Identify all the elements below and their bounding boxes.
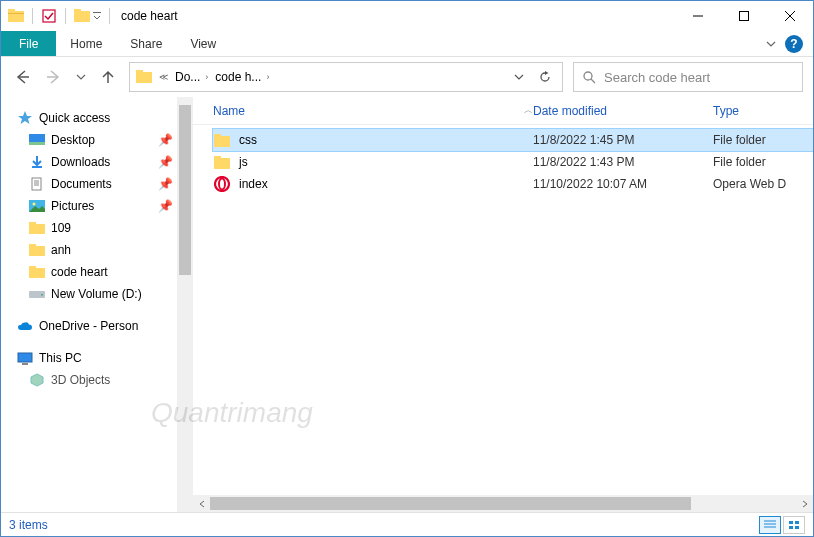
nav-pictures[interactable]: Pictures📌 <box>17 195 193 217</box>
ribbon-expand-icon[interactable] <box>765 38 777 50</box>
svg-rect-34 <box>18 353 32 362</box>
nav-documents[interactable]: Documents📌 <box>17 173 193 195</box>
column-name[interactable]: Name︿ <box>213 104 533 118</box>
horizontal-scrollbar[interactable] <box>193 495 813 512</box>
status-text: 3 items <box>9 518 48 532</box>
qat-dropdown-icon[interactable] <box>92 7 102 25</box>
nav-3d-objects[interactable]: 3D Objects <box>17 369 193 391</box>
search-box[interactable] <box>573 62 803 92</box>
folder-icon <box>73 7 91 25</box>
nav-label: This PC <box>39 351 82 365</box>
nav-label: anh <box>51 243 71 257</box>
nav-quick-access[interactable]: Quick access <box>17 107 193 129</box>
svg-rect-1 <box>8 9 15 13</box>
svg-rect-31 <box>29 266 36 270</box>
separator <box>32 8 33 24</box>
navigation-bar: ≪ Do...› code h...› <box>1 57 813 97</box>
address-bar[interactable]: ≪ Do...› code h...› <box>129 62 563 92</box>
refresh-button[interactable] <box>534 66 556 88</box>
address-dropdown-icon[interactable] <box>508 66 530 88</box>
file-row[interactable]: index 11/10/2022 10:07 AM Opera Web D <box>213 173 813 195</box>
window-title: code heart <box>117 9 178 23</box>
column-date[interactable]: Date modified <box>533 104 713 118</box>
file-name: index <box>239 177 533 191</box>
svg-point-41 <box>219 179 225 190</box>
file-type: Opera Web D <box>713 177 813 191</box>
pc-icon <box>17 350 33 366</box>
nav-onedrive[interactable]: OneDrive - Person <box>17 315 193 337</box>
nav-drive[interactable]: New Volume (D:) <box>17 283 193 305</box>
download-icon <box>29 154 45 170</box>
scrollbar-thumb[interactable] <box>210 497 691 510</box>
tab-view[interactable]: View <box>176 31 230 56</box>
nav-scrollbar[interactable] <box>177 97 193 512</box>
nav-folder[interactable]: anh <box>17 239 193 261</box>
column-type[interactable]: Type <box>713 104 813 118</box>
minimize-button[interactable] <box>675 1 721 31</box>
nav-label: Documents <box>51 177 112 191</box>
search-icon <box>582 70 596 84</box>
breadcrumb-leading[interactable]: ≪ <box>156 72 171 82</box>
navigation-pane: Quick access Desktop📌 Downloads📌 Documen… <box>1 97 193 512</box>
breadcrumb-item[interactable]: code h...› <box>215 70 272 84</box>
svg-rect-29 <box>29 244 36 248</box>
maximize-button[interactable] <box>721 1 767 31</box>
svg-rect-6 <box>93 12 101 13</box>
svg-rect-18 <box>29 142 45 145</box>
svg-point-25 <box>33 203 36 206</box>
desktop-icon <box>29 132 45 148</box>
svg-rect-2 <box>8 13 24 14</box>
file-date: 11/8/2022 1:43 PM <box>533 155 713 169</box>
search-input[interactable] <box>604 70 794 85</box>
svg-rect-20 <box>32 178 41 190</box>
tab-home[interactable]: Home <box>56 31 116 56</box>
breadcrumb-item[interactable]: Do...› <box>175 70 211 84</box>
nav-label: code heart <box>51 265 108 279</box>
nav-folder[interactable]: 109 <box>17 217 193 239</box>
svg-rect-5 <box>74 9 81 13</box>
nav-this-pc[interactable]: This PC <box>17 347 193 369</box>
cube-icon <box>29 372 45 388</box>
scroll-right-icon[interactable] <box>796 495 813 512</box>
file-type: File folder <box>713 155 813 169</box>
svg-rect-48 <box>795 526 799 529</box>
folder-icon <box>213 131 231 149</box>
nav-downloads[interactable]: Downloads📌 <box>17 151 193 173</box>
separator <box>109 8 110 24</box>
scroll-left-icon[interactable] <box>193 495 210 512</box>
sort-icon: ︿ <box>524 104 533 117</box>
ribbon-tabs: File Home Share View ? <box>1 31 813 57</box>
forward-button[interactable] <box>43 66 65 88</box>
nav-label: Desktop <box>51 133 95 147</box>
tab-share[interactable]: Share <box>116 31 176 56</box>
details-view-button[interactable] <box>759 516 781 534</box>
star-icon <box>17 110 33 126</box>
scrollbar-thumb[interactable] <box>179 105 191 275</box>
nav-desktop[interactable]: Desktop📌 <box>17 129 193 151</box>
nav-label: Downloads <box>51 155 110 169</box>
tab-file[interactable]: File <box>1 31 56 56</box>
nav-folder[interactable]: code heart <box>17 261 193 283</box>
file-rows: css 11/8/2022 1:45 PM File folder js 11/… <box>193 125 813 495</box>
file-row[interactable]: js 11/8/2022 1:43 PM File folder <box>213 151 813 173</box>
svg-point-15 <box>584 72 592 80</box>
file-date: 11/10/2022 10:07 AM <box>533 177 713 191</box>
file-name: css <box>239 133 533 147</box>
large-icons-view-button[interactable] <box>783 516 805 534</box>
folder-icon <box>29 264 45 280</box>
back-button[interactable] <box>11 66 33 88</box>
file-row[interactable]: css 11/8/2022 1:45 PM File folder <box>213 129 813 151</box>
properties-icon[interactable] <box>40 7 58 25</box>
file-name: js <box>239 155 533 169</box>
up-button[interactable] <box>97 66 119 88</box>
help-button[interactable]: ? <box>785 35 803 53</box>
close-button[interactable] <box>767 1 813 31</box>
svg-rect-37 <box>214 134 221 138</box>
nav-label: New Volume (D:) <box>51 287 142 301</box>
svg-rect-46 <box>795 521 799 524</box>
folder-icon <box>136 70 152 84</box>
svg-rect-47 <box>789 526 793 529</box>
svg-rect-35 <box>22 363 28 365</box>
nav-label: 3D Objects <box>51 373 110 387</box>
recent-dropdown[interactable] <box>75 66 87 88</box>
